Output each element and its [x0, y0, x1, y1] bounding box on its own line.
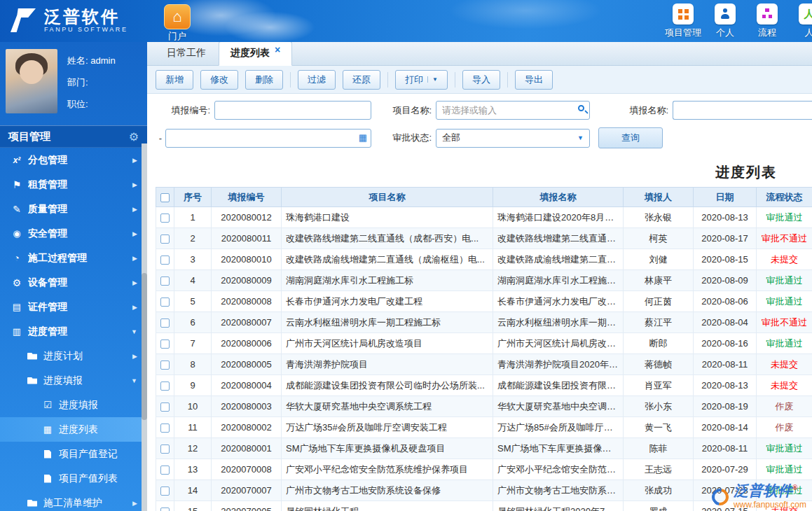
- cell-report-name[interactable]: 华软大厦研究基地中央空调系...: [493, 396, 624, 417]
- project-name-input[interactable]: [436, 101, 590, 120]
- restore-button[interactable]: 还原: [343, 70, 380, 90]
- cell-project-name[interactable]: SM广场地下车库更换摄像机及硬盘项目: [282, 438, 493, 459]
- query-button[interactable]: 查询: [598, 127, 663, 148]
- cell-report-no[interactable]: 2020080011: [212, 228, 282, 249]
- table-row[interactable]: 92020080004成都能源建设集团投资有限公司临时办公场所装...成都能源建…: [156, 375, 812, 396]
- cell-report-no[interactable]: 2020080002: [212, 417, 282, 438]
- cell-report-name[interactable]: 广安邓小平纪念馆安全防范系...: [493, 459, 624, 480]
- column-header[interactable]: 序号: [174, 188, 212, 207]
- cell-report-name[interactable]: 长春市伊通河水力发电厂改建...: [493, 291, 624, 312]
- cell-report-no[interactable]: 2020080009: [212, 270, 282, 291]
- sidebar-item-lease-management[interactable]: 租赁管理▶: [0, 172, 147, 197]
- cell-project-name[interactable]: 长春市伊通河水力发电厂改建工程: [282, 291, 493, 312]
- cell-report-name[interactable]: SM广场地下车库更换摄像机...: [493, 438, 624, 459]
- cell-report-name[interactable]: 万达广场85#会所及咖啡厅空...: [493, 417, 624, 438]
- cell-project-name[interactable]: 广安邓小平纪念馆安全防范系统维护保养项目: [282, 459, 493, 480]
- row-checkbox[interactable]: [160, 360, 170, 370]
- row-checkbox[interactable]: [160, 214, 170, 223]
- sidebar-item-project-output-register[interactable]: 项目产值登记: [0, 442, 147, 466]
- column-header[interactable]: 填报编号: [212, 188, 282, 207]
- table-row[interactable]: 52020080008长春市伊通河水力发电厂改建工程长春市伊通河水力发电厂改建.…: [156, 291, 812, 312]
- sidebar-item-progress-list[interactable]: 进度列表: [0, 417, 147, 442]
- sidebar-item-equipment-management[interactable]: 设备管理▶: [0, 270, 147, 295]
- cell-project-name[interactable]: 改建铁路成渝线增建第二直通线（成渝枢纽）电...: [282, 249, 493, 270]
- nav-process[interactable]: 流程: [746, 4, 788, 39]
- table-row[interactable]: 132020070008广安邓小平纪念馆安全防范系统维护保养项目广安邓小平纪念馆…: [156, 459, 812, 480]
- cell-report-no[interactable]: 2020080008: [212, 291, 282, 312]
- print-button[interactable]: 打印▼: [395, 70, 448, 90]
- calendar-icon[interactable]: ▦: [359, 132, 367, 144]
- column-header[interactable]: 流程状态: [757, 188, 812, 207]
- table-row[interactable]: 62020080007云南水利枢纽潜明水库一期工程施工标云南水利枢纽潜明水库一期…: [156, 312, 812, 333]
- table-row[interactable]: 102020080003华软大厦研究基地中央空调系统工程华软大厦研究基地中央空调…: [156, 396, 812, 417]
- export-button[interactable]: 导出: [515, 70, 553, 90]
- cell-report-name[interactable]: 改建铁路线增建第二线直通线...: [493, 228, 624, 249]
- select-all-checkbox[interactable]: [160, 193, 170, 202]
- tab-daily-work[interactable]: 日常工作: [156, 42, 217, 65]
- row-checkbox[interactable]: [160, 276, 170, 286]
- cell-report-no[interactable]: 2020080005: [212, 354, 282, 375]
- import-button[interactable]: 导入: [462, 70, 500, 90]
- cell-report-no[interactable]: 2020080004: [212, 375, 282, 396]
- tab-progress-list[interactable]: 进度列表×: [219, 42, 292, 66]
- sidebar-item-safety-management[interactable]: 安全管理▶: [0, 221, 147, 246]
- row-checkbox[interactable]: [160, 298, 170, 307]
- cell-report-name[interactable]: 青海洪湖养护院项目2020年8...: [493, 354, 624, 375]
- cell-report-no[interactable]: 2020080012: [212, 207, 282, 228]
- cell-project-name[interactable]: 广州市文物考古工地安防系统设备保修: [282, 480, 493, 501]
- table-row[interactable]: 12020080012珠海鹤港口建设珠海鹤港口建设2020年8月份...张永银2…: [156, 207, 812, 228]
- nav-hr[interactable]: 人: [788, 4, 812, 39]
- approval-status-select[interactable]: 全部 ▼: [436, 129, 590, 148]
- nav-personal[interactable]: 个人: [704, 4, 746, 39]
- cell-report-name[interactable]: 改建铁路成渝线增建第二直通...: [493, 249, 624, 270]
- cell-report-name[interactable]: 晟铭园林绿化工程2020年7月...: [493, 501, 624, 511]
- sidebar-item-construction-process-management[interactable]: 施工过程管理▶: [0, 246, 147, 270]
- cell-report-no[interactable]: 2020070005: [212, 501, 282, 511]
- sidebar-item-project-output-list[interactable]: 项目产值列表: [0, 466, 147, 491]
- cell-project-name[interactable]: 改建铁路线增建第二线直通线（成都-西安）电...: [282, 228, 493, 249]
- row-checkbox[interactable]: [160, 382, 170, 391]
- column-header[interactable]: 日期: [694, 188, 757, 207]
- sidebar-item-progress-plan[interactable]: 进度计划▶: [0, 344, 147, 368]
- sidebar-item-certificate-management[interactable]: 证件管理▶: [0, 295, 147, 319]
- table-row[interactable]: 122020080001SM广场地下车库更换摄像机及硬盘项目SM广场地下车库更换…: [156, 438, 812, 459]
- report-no-input[interactable]: [214, 101, 371, 120]
- cell-project-name[interactable]: 珠海鹤港口建设: [282, 207, 493, 228]
- report-name-input[interactable]: [673, 101, 812, 120]
- cell-report-name[interactable]: 云南水利枢纽潜明水库一期工...: [493, 312, 624, 333]
- table-row[interactable]: 22020080011改建铁路线增建第二线直通线（成都-西安）电...改建铁路线…: [156, 228, 812, 249]
- cell-project-name[interactable]: 晟铭园林绿化工程: [282, 501, 493, 511]
- sidebar-item-progress-fill-group[interactable]: 进度填报▼: [0, 368, 147, 393]
- cell-report-name[interactable]: 珠海鹤港口建设2020年8月份...: [493, 207, 624, 228]
- cell-report-no[interactable]: 2020080010: [212, 249, 282, 270]
- delete-button[interactable]: 删除: [245, 70, 283, 90]
- row-checkbox[interactable]: [160, 465, 170, 475]
- table-row[interactable]: 82020080005青海洪湖养护院项目青海洪湖养护院项目2020年8...蒋德…: [156, 354, 812, 375]
- cell-report-name[interactable]: 广州市文物考古工地安防系统...: [493, 480, 624, 501]
- nav-project-management[interactable]: 项目管理: [662, 4, 704, 39]
- cell-report-no[interactable]: 2020080006: [212, 333, 282, 354]
- row-checkbox[interactable]: [160, 486, 170, 496]
- close-icon[interactable]: ×: [275, 47, 280, 52]
- filter-button[interactable]: 过滤: [298, 70, 336, 90]
- chevron-down-icon[interactable]: ▼: [427, 76, 438, 83]
- sidebar-item-subcontract-management[interactable]: 分包管理▶: [0, 148, 147, 172]
- row-checkbox[interactable]: [160, 255, 170, 265]
- sidebar-item-progress-management[interactable]: 进度管理▼: [0, 319, 147, 344]
- table-row[interactable]: 112020080002万达广场35#会所及咖啡厅空调安装工程万达广场85#会所…: [156, 417, 812, 438]
- row-checkbox[interactable]: [160, 507, 170, 511]
- column-header[interactable]: 项目名称: [282, 188, 493, 207]
- row-checkbox[interactable]: [160, 444, 170, 454]
- sidebar-item-quality-management[interactable]: 质量管理▶: [0, 197, 147, 221]
- cell-report-name[interactable]: 湖南洞庭湖水库引水工程施工...: [493, 270, 624, 291]
- cell-report-name[interactable]: 成都能源建设集团投资有限公...: [493, 375, 624, 396]
- nav-portal[interactable]: ⌂ 门户: [160, 4, 195, 42]
- cell-project-name[interactable]: 湖南洞庭湖水库引水工程施工标: [282, 270, 493, 291]
- cell-project-name[interactable]: 成都能源建设集团投资有限公司临时办公场所装...: [282, 375, 493, 396]
- table-row[interactable]: 72020080006广州市天河区统计局机房改造项目广州市天河区统计局机房改造.…: [156, 333, 812, 354]
- row-checkbox[interactable]: [160, 340, 170, 349]
- cell-report-no[interactable]: 2020070007: [212, 480, 282, 501]
- cell-project-name[interactable]: 华软大厦研究基地中央空调系统工程: [282, 396, 493, 417]
- add-button[interactable]: 新增: [156, 70, 193, 90]
- column-header[interactable]: 填报人: [624, 188, 694, 207]
